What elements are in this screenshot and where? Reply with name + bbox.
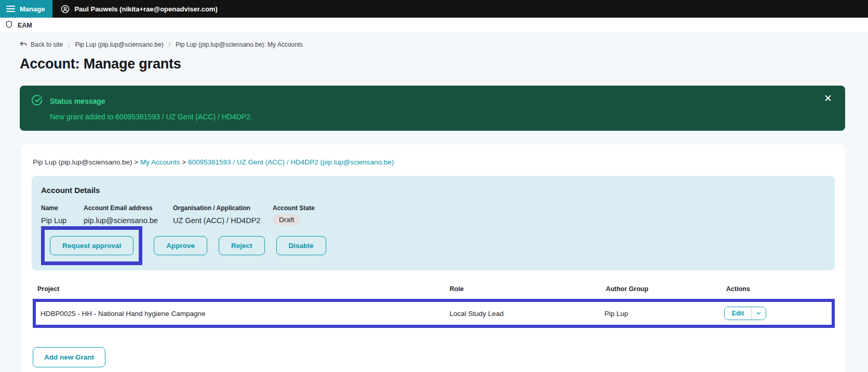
field-account-state: Account State Draft <box>273 204 315 225</box>
field-email: Account Email address pip.lup@sciensano.… <box>84 204 173 225</box>
grant-author-group-cell: Pip Lup <box>605 310 724 318</box>
column-header-author-group: Author Group <box>606 285 726 293</box>
edit-dropdown-toggle[interactable] <box>751 307 766 320</box>
breadcrumb-divider: | <box>68 40 70 48</box>
user-circle-icon <box>61 5 70 13</box>
account-actions: Request approval Approve Reject Disable <box>41 232 825 259</box>
column-header-actions: Actions <box>726 285 830 293</box>
reject-button[interactable]: Reject <box>219 236 265 255</box>
secondary-toolbar: EAM <box>0 18 868 33</box>
grant-project-cell: HDBP0025 - HH - National Hand hygiene Ca… <box>41 310 449 318</box>
admin-user-label: Paul Pauwels (nikita+rae@openadviser.com… <box>74 5 217 13</box>
status-message-body: New grant added to 60095381593 / UZ Gent… <box>50 113 818 121</box>
account-breadcrumb-root: Pip Lup (pip.lup@sciensano.be) <box>33 158 132 166</box>
edit-button[interactable]: Edit <box>725 307 752 320</box>
field-value: UZ Gent (ACC) / HD4DP2 <box>173 216 273 225</box>
account-link[interactable]: 60095381593 / UZ Gent (ACC) / HD4DP2 (pi… <box>188 158 394 166</box>
column-header-project: Project <box>37 285 450 293</box>
request-approval-button[interactable]: Request approval <box>50 236 133 255</box>
highlight-annotation-request-approval: Request approval <box>41 226 142 265</box>
manage-tab[interactable]: Manage <box>0 0 52 18</box>
field-value: Pip Lup <box>41 216 84 225</box>
back-to-site-label: Back to site <box>31 41 63 48</box>
field-label: Account Email address <box>84 204 173 212</box>
close-icon[interactable]: ✕ <box>824 93 832 103</box>
account-details-title: Account Details <box>41 186 825 195</box>
my-accounts-link[interactable]: My Accounts <box>140 158 180 166</box>
breadcrumb-my-accounts-link[interactable]: Pip Lup (pip.lup@sciensano.be): My Accou… <box>176 41 303 48</box>
status-message: Status message New grant added to 600953… <box>20 86 845 131</box>
field-label: Name <box>41 204 84 212</box>
main-content: Back to site | Pip Lup (pip.lup@sciensan… <box>0 33 868 372</box>
grant-role-cell: Local Study Lead <box>449 310 604 318</box>
admin-user-menu[interactable]: Paul Pauwels (nikita+rae@openadviser.com… <box>52 0 225 18</box>
manage-tab-label: Manage <box>20 5 45 13</box>
status-message-title: Status message <box>50 97 105 105</box>
eam-menu-item[interactable]: EAM <box>18 22 32 29</box>
breadcrumb: Back to site | Pip Lup (pip.lup@sciensan… <box>20 40 845 48</box>
account-card: Pip Lup (pip.lup@sciensano.be) > My Acco… <box>21 144 845 372</box>
chevron-down-icon <box>756 310 762 318</box>
field-name: Name Pip Lup <box>41 204 84 225</box>
table-row: HDBP0025 - HH - National Hand hygiene Ca… <box>36 302 832 325</box>
account-breadcrumb-separator: > <box>182 158 186 166</box>
check-circle-icon <box>31 94 43 108</box>
breadcrumb-account-link[interactable]: Pip Lup (pip.lup@sciensano.be) <box>75 41 163 48</box>
add-new-grant-button[interactable]: Add new Grant <box>33 347 105 367</box>
field-value: pip.lup@sciensano.be <box>84 216 173 225</box>
admin-toolbar: Manage Paul Pauwels (nikita+rae@openadvi… <box>0 0 868 18</box>
field-organisation: Organisation / Application UZ Gent (ACC)… <box>173 204 273 225</box>
account-details-fields: Name Pip Lup Account Email address pip.l… <box>41 204 825 225</box>
back-to-site-link[interactable]: Back to site <box>20 40 63 48</box>
field-label: Account State <box>273 204 315 212</box>
grant-actions-cell: Edit <box>724 307 827 320</box>
grants-table: Project Role Author Group Actions HDBP00… <box>32 285 835 328</box>
hamburger-icon <box>6 6 15 12</box>
field-label: Organisation / Application <box>173 204 273 212</box>
back-arrow-icon <box>20 40 27 48</box>
shield-icon <box>5 20 13 31</box>
account-breadcrumb: Pip Lup (pip.lup@sciensano.be) > My Acco… <box>32 158 835 166</box>
account-breadcrumb-separator: > <box>134 158 138 166</box>
status-badge: Draft <box>273 214 300 225</box>
account-details-panel: Account Details Name Pip Lup Account Ema… <box>32 176 835 270</box>
highlight-annotation-grant-row: HDBP0025 - HH - National Hand hygiene Ca… <box>33 299 835 328</box>
column-header-role: Role <box>450 285 606 293</box>
approve-button[interactable]: Approve <box>154 236 207 255</box>
page-title: Account: Manage grants <box>20 56 845 72</box>
disable-button[interactable]: Disable <box>276 236 326 255</box>
breadcrumb-separator: / <box>169 41 170 48</box>
grants-table-header: Project Role Author Group Actions <box>33 285 835 293</box>
edit-split-button: Edit <box>724 307 767 320</box>
